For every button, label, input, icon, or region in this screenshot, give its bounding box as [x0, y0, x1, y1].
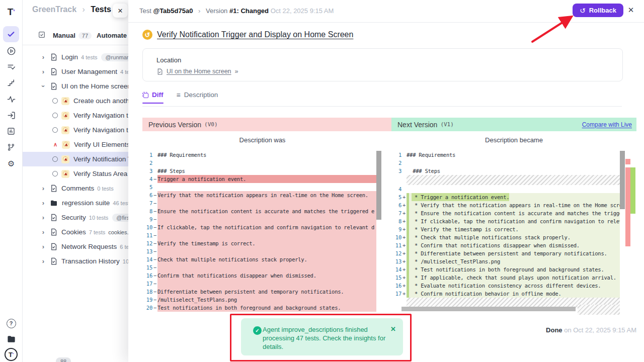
overflow-count-pill: 88: [56, 357, 71, 362]
version-value: #1: Changed: [229, 7, 269, 15]
doc-icon: [156, 68, 163, 75]
tab-automate[interactable]: Automate: [97, 32, 127, 39]
drawer-header: Test @Tab5d75a0 › Version #1: Changed Oc…: [128, 0, 644, 23]
previous-version-code[interactable]: 1### Requirements23### Steps4−Trigger a …: [142, 151, 376, 317]
tree-item-verify-status-area-a[interactable]: Verify Status Area a: [22, 166, 128, 181]
report-chart-icon[interactable]: [3, 123, 19, 139]
line-number: 7: [142, 199, 152, 207]
agent-toast: ✓ Agent improve_descriptions finished pr…: [241, 318, 403, 355]
tab-manual[interactable]: Manual: [53, 32, 75, 39]
tests-check-icon[interactable]: [3, 26, 19, 42]
tree-item-login[interactable]: ›Login4 tests@runmanu: [22, 50, 128, 64]
diff-sign: +: [401, 225, 407, 233]
rollback-button[interactable]: ↺ Rollback: [573, 4, 623, 17]
diff-line: 13+ * /multiselect_TestPlans.png: [391, 257, 620, 265]
line-number: 5: [391, 193, 401, 201]
tree-item-label: Create ouch anothe: [73, 97, 128, 105]
chevron-right-icon[interactable]: ›: [40, 243, 46, 250]
diff-line: 8+ * If clickable, tap the notification …: [391, 217, 620, 225]
line-number: 14: [142, 255, 152, 263]
diff-sign: [401, 167, 407, 175]
diff-line: 4−Trigger a notification event.: [142, 175, 376, 183]
chevron-right-icon[interactable]: ›: [40, 199, 46, 207]
line-number: 5: [142, 183, 152, 191]
diff-line-text: * If clickable, tap the notification and…: [412, 217, 620, 225]
diff-line-text: If clickable, tap the notification and c…: [157, 223, 374, 231]
chevron-right-icon[interactable]: ›: [40, 53, 46, 61]
chevron-up-red-icon[interactable]: ∧: [52, 141, 58, 148]
tree-item-network-requests[interactable]: ›Network Requests6 te: [22, 239, 128, 254]
diff-line-text: * Check that multiple notifications stac…: [412, 233, 571, 241]
app-root: T' ⚙ ? T' Gree: [0, 0, 644, 362]
tree-item-label: Security: [61, 214, 86, 221]
profile-avatar[interactable]: T': [3, 346, 19, 362]
changed-badge-icon: ↺: [142, 30, 152, 40]
right-pane-horizontal-scrollbar[interactable]: [401, 307, 576, 311]
steps-icon[interactable]: [3, 75, 19, 91]
location-link[interactable]: UI on the Home screen: [167, 68, 231, 75]
diff-line-text: * Trigger a notification event.: [412, 193, 509, 201]
next-version-code[interactable]: 1### Requirements23 ### Steps45+ * Trigg…: [391, 151, 620, 317]
chevron-right-icon[interactable]: ›: [40, 228, 46, 236]
toast-close-icon[interactable]: ✕: [390, 325, 396, 333]
diff-sign: −: [152, 215, 157, 223]
run-play-icon[interactable]: [3, 43, 19, 59]
success-check-icon: ✓: [253, 326, 262, 335]
panel-close-button[interactable]: ✕: [113, 4, 128, 18]
tree-item-verify-navigation-to[interactable]: Verify Navigation to: [22, 123, 128, 137]
processing-spinner-icon: [61, 112, 69, 120]
line-number: 10: [142, 223, 152, 231]
tree-item-security[interactable]: ›Security10 tests@firs: [22, 210, 128, 225]
line-number: 10: [391, 233, 401, 241]
tree-item-user-management[interactable]: ›User Management4 te: [22, 64, 128, 79]
tab-diff[interactable]: Diff: [142, 91, 164, 103]
line-number: 8: [391, 217, 401, 225]
checklist-icon[interactable]: [3, 59, 19, 75]
chevron-right-icon[interactable]: ›: [40, 185, 46, 192]
diff-line-text: Verify that the notification appears in …: [157, 191, 368, 199]
activity-icon[interactable]: [3, 91, 19, 107]
branch-icon[interactable]: [3, 139, 19, 155]
drawer-tab-bar: Diff ≡ Description: [142, 91, 622, 107]
breadcrumb-app[interactable]: GreenTrack: [32, 5, 76, 14]
diff-sign: +: [401, 257, 407, 265]
test-title[interactable]: Verify Notification Trigger and Display …: [157, 30, 353, 39]
tree-item-verify-navigation-to[interactable]: Verify Navigation to: [22, 108, 128, 123]
version-label: Version: [206, 7, 227, 15]
tree-item-meta: 46 tests: [113, 200, 128, 206]
tab-description[interactable]: ≡ Description: [177, 91, 218, 103]
breadcrumb-current[interactable]: Tests: [91, 5, 111, 14]
diff-line: 16−Confirm that notifications disappear …: [142, 272, 376, 280]
tree-item-verify-ui-elements-o[interactable]: ∧Verify UI Elements o: [22, 137, 128, 152]
diff-line: 12−Verify the timestamp is correct.: [142, 239, 376, 247]
app-logo-icon[interactable]: T': [3, 4, 19, 20]
tree-item-transaction-history[interactable]: ›Transaction History10: [22, 254, 128, 268]
chevron-right-icon[interactable]: ›: [40, 68, 46, 75]
tree-item-comments[interactable]: ›Comments0 tests: [22, 181, 128, 196]
test-title-row: ↺ Verify Notification Trigger and Displa…: [142, 30, 353, 40]
previous-version-header: Previous Version (V0): [142, 118, 391, 131]
tree-item-verify-notification-t[interactable]: Verify Notification T: [22, 152, 128, 166]
help-icon[interactable]: ?: [3, 315, 19, 331]
folder-icon[interactable]: [3, 331, 19, 347]
compare-with-live-link[interactable]: Compare with Live: [582, 121, 632, 128]
line-number: 18: [142, 288, 152, 296]
chevron-right-icon[interactable]: ›: [40, 214, 46, 221]
left-pane-scrollbar[interactable]: [376, 151, 381, 220]
right-pane-scrollbar[interactable]: [620, 151, 625, 209]
chevron-down-icon[interactable]: ›: [40, 83, 47, 89]
panel-enter-icon[interactable]: [3, 107, 19, 123]
tree-item-cookies[interactable]: ›Cookies7 testscookies.c: [22, 225, 128, 239]
settings-gear-icon[interactable]: ⚙: [3, 155, 19, 171]
tree-item-label: Cookies: [61, 228, 86, 236]
tree-item-label: regression suite: [62, 199, 110, 207]
tree-item-label: Network Requests: [61, 243, 117, 250]
tree-item-meta2: cookies.c: [108, 229, 128, 235]
tree-item-create-ouch-anothe[interactable]: Create ouch anothe: [22, 94, 128, 108]
tree-item-ui-on-the-home-screen[interactable]: ›UI on the Home screen: [22, 79, 128, 94]
tree-item-regression-suite[interactable]: ›regression suite46 tests: [22, 196, 128, 210]
location-label: Location: [156, 56, 181, 64]
chevron-right-icon[interactable]: ›: [40, 257, 46, 265]
diff-line: 14+ * Test notifications in both foregro…: [391, 265, 620, 274]
drawer-close-icon[interactable]: ✕: [626, 6, 635, 15]
